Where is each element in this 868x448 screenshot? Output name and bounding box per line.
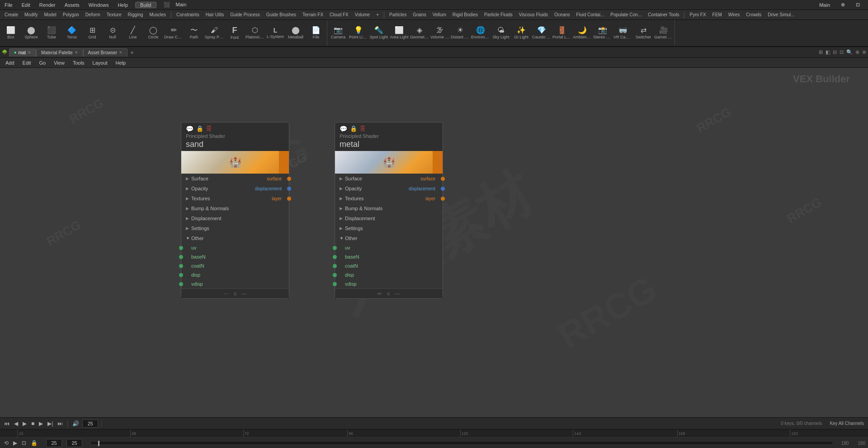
sand-footer-icon3[interactable]: — [241, 291, 247, 297]
tl-bottom-icon3[interactable]: ⊡ [20, 439, 28, 447]
cat-fem[interactable]: FEM [710, 12, 725, 18]
cat-pyrox[interactable]: Pyro FX [687, 12, 708, 18]
tl-bottom-icon1[interactable]: ⟲ [3, 439, 10, 447]
sec-menu-edit[interactable]: Edit [19, 59, 35, 66]
cat-viscousfluids[interactable]: Viscous Fluids [516, 12, 551, 18]
arealight-tool[interactable]: ⬜ Area Light [389, 21, 409, 45]
grid-tool[interactable]: ⊞ Grid [82, 21, 102, 45]
metal-vdisp-dot[interactable] [333, 282, 337, 286]
cat-drivesimu[interactable]: Drive Simul... [765, 12, 797, 18]
tl-stop[interactable]: ■ [30, 420, 36, 428]
tab-right-icon6[interactable]: ⊕ [855, 49, 859, 55]
top-icon2[interactable]: ⊡ [851, 2, 864, 8]
cat-wires[interactable]: Wires [726, 12, 743, 18]
sand-textures-row[interactable]: ▶ Textures layer [181, 193, 289, 203]
metal-bump-row[interactable]: ▶ Bump & Normals [335, 203, 443, 213]
tl-audio[interactable]: 🔊 [71, 420, 80, 428]
metal-opacity-dot[interactable] [441, 187, 445, 191]
sand-uv-dot[interactable] [179, 246, 183, 250]
sand-opacity-row[interactable]: ▶ Opacity displacement [181, 184, 289, 193]
torus-tool[interactable]: 🔷 Torus [62, 21, 82, 45]
tl-bottom-icon4[interactable]: 🔒 [29, 439, 39, 447]
material-palette-close[interactable]: ✕ [75, 50, 78, 55]
sec-menu-view[interactable]: View [50, 59, 68, 66]
tube-tool[interactable]: ⬛ Tube [42, 21, 61, 45]
tab-mat[interactable]: ● mat ✕ [9, 48, 36, 57]
sand-surface-dot[interactable] [287, 177, 291, 181]
cat-polygon[interactable]: Polygon [60, 12, 82, 18]
tab-material-palette[interactable]: Material Palette ✕ [36, 48, 83, 57]
sphere-tool[interactable]: ⬤ Sphere [21, 21, 41, 45]
cat-guidebrushes[interactable]: Guide Brushes [264, 12, 299, 18]
sand-coatn-dot[interactable] [179, 264, 183, 268]
sand-bump-row[interactable]: ▶ Bump & Normals [181, 203, 289, 213]
tab-right-icon1[interactable]: ⊞ [819, 49, 823, 55]
sand-vdisp-dot[interactable] [179, 282, 183, 286]
tab-right-icon5[interactable]: 🔍 [846, 49, 853, 55]
stereocamera-tool[interactable]: 📸 Stereo Camera [593, 21, 613, 45]
geometrylight-tool[interactable]: ◈ Geometry Light [410, 21, 429, 45]
metal-lock-icon[interactable]: 🔒 [350, 125, 357, 132]
portallight-tool[interactable]: 🚪 Portal Light [552, 21, 572, 45]
menu-assets[interactable]: Assets [60, 2, 84, 8]
pointlight-tool[interactable]: 💡 Point Light [349, 21, 368, 45]
garnetcamera-tool[interactable]: 🎥 Garnet Camera [654, 21, 674, 45]
tl-key-all[interactable]: Key All Channels [828, 420, 865, 427]
camera-tool[interactable]: 📷 Camera [328, 21, 348, 45]
playbar[interactable] [90, 441, 833, 445]
sand-surface-row[interactable]: ▶ Surface surface [181, 174, 289, 184]
sec-menu-tools[interactable]: Tools [69, 59, 88, 66]
sand-other-row[interactable]: ▼ Other [181, 233, 289, 243]
cat-particles[interactable]: Particles [387, 12, 409, 18]
metal-textures-dot[interactable] [441, 197, 445, 201]
causticlight-tool[interactable]: 💎 Caustic Light [532, 21, 552, 45]
sand-basen-dot[interactable] [179, 255, 183, 259]
cat-crowds[interactable]: Crowds [743, 12, 764, 18]
box-tool[interactable]: ⬜ Box [1, 21, 21, 45]
cat-plus[interactable]: + [373, 12, 382, 18]
sand-displacement-row[interactable]: ▶ Displacement [181, 213, 289, 223]
line-tool[interactable]: ╱ Line [123, 21, 143, 45]
sand-settings-row[interactable]: ▶ Settings [181, 223, 289, 233]
sand-chat-icon[interactable]: 💬 [186, 125, 193, 132]
top-icon1[interactable]: ⊕ [836, 2, 849, 8]
metal-footer-icon1[interactable]: ✏ [377, 291, 382, 297]
menu-file[interactable]: File [0, 2, 17, 8]
sand-opacity-dot[interactable] [287, 187, 291, 191]
metal-surface-dot[interactable] [441, 177, 445, 181]
cat-grains[interactable]: Grains [410, 12, 429, 18]
cat-oceans[interactable]: Oceans [552, 12, 572, 18]
cat-containertools[interactable]: Container Tools [645, 12, 682, 18]
metal-displacement-row[interactable]: ▶ Displacement [335, 213, 443, 223]
null-tool[interactable]: ⊝ Null [103, 21, 123, 45]
mat-tab-close[interactable]: ✕ [28, 50, 31, 55]
asset-browser-close[interactable]: ✕ [119, 50, 123, 55]
sand-footer-icon1[interactable]: ⋯ [223, 291, 229, 297]
cat-model[interactable]: Model [41, 12, 59, 18]
cat-hairutils[interactable]: Hair Utils [203, 12, 227, 18]
metal-coatn-dot[interactable] [333, 264, 337, 268]
cat-muscles[interactable]: Muscles [146, 12, 169, 18]
sec-menu-add[interactable]: Add [2, 59, 18, 66]
menu-edit[interactable]: Edit [17, 2, 35, 8]
platonicsolids-tool[interactable]: ⬡ Platonic Solids [245, 21, 265, 45]
cat-fluidcontain[interactable]: Fluid Contai... [574, 12, 607, 18]
tl-next-frame[interactable]: ▶| [46, 420, 54, 428]
cat-rigging[interactable]: Rigging [125, 12, 146, 18]
metal-footer-icon2[interactable]: ≡ [387, 291, 390, 297]
metal-surface-row[interactable]: ▶ Surface surface [335, 174, 443, 184]
spotlight-tool[interactable]: 🔦 Spot Light [369, 21, 389, 45]
switcher-tool[interactable]: ⇄ Switcher [633, 21, 653, 45]
tab-add[interactable]: + [130, 49, 134, 56]
tab-right-icon3[interactable]: ⊟ [833, 49, 837, 55]
metal-db-icon[interactable]: 🗄 [360, 125, 366, 132]
cat-create[interactable]: Create [2, 12, 21, 18]
envlight-tool[interactable]: 🌐 Environment Light [471, 21, 491, 45]
metal-uv-dot[interactable] [333, 246, 337, 250]
vrcamera-tool[interactable]: 🥽 VR Camera [613, 21, 633, 45]
tl-frame-start[interactable] [46, 439, 62, 447]
cat-populatecon[interactable]: Populate Con... [608, 12, 644, 18]
font-tool[interactable]: F Font [225, 21, 245, 45]
tl-play-reverse[interactable]: ▶ [21, 420, 28, 428]
cat-rigidbodies[interactable]: Rigid Bodies [450, 12, 481, 18]
